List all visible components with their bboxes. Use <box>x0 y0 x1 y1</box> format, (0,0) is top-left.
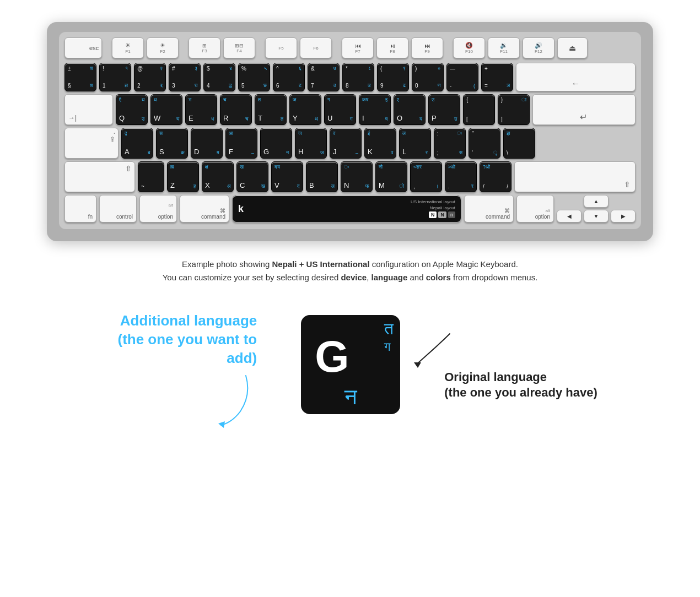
s-key[interactable]: स S क <box>156 128 188 159</box>
zxcv-row: ⇧ ~ ह्म Z ह <box>64 161 636 192</box>
l-key[interactable]: ल L र <box>399 128 431 159</box>
backslash-key[interactable]: झ \ <box>503 128 535 159</box>
e-key[interactable]: भ E भ <box>185 94 217 125</box>
arrow-down-key[interactable]: ▼ <box>584 210 609 222</box>
f6-label: F6 <box>313 46 318 51</box>
esc-key[interactable]: esc <box>64 37 102 58</box>
g-key[interactable]: G न <box>260 128 292 159</box>
bracket-open-key[interactable]: { [ <box>463 94 495 125</box>
keyboard-body: esc ☀ F1 ☀ F2 ⊞ F3 ⊞⊟ F4 F5 <box>59 32 641 229</box>
arrow-right-key[interactable]: ▶ <box>611 210 636 222</box>
svg-marker-1 <box>414 362 421 368</box>
arrow-up-key[interactable]: ▲ <box>584 195 609 208</box>
f2-key[interactable]: ☀ F2 <box>147 37 179 58</box>
u-key[interactable]: ग U ग <box>324 94 356 125</box>
f1-label: F1 <box>125 49 130 54</box>
key-2[interactable]: @ २ 2 द्द <box>134 63 166 91</box>
o-key[interactable]: ए O य <box>394 94 426 125</box>
key-minus[interactable]: — - ( <box>446 63 478 91</box>
f-key[interactable]: आ F – <box>225 128 257 159</box>
command-left-key[interactable]: ⌘ command <box>180 195 229 222</box>
comma-key[interactable]: <शर , । <box>410 161 442 192</box>
shift-right-icon: ⇧ <box>624 180 631 189</box>
option-right-key[interactable]: alt option <box>516 195 554 222</box>
desc-line1-bold: Nepali + US International <box>272 259 369 269</box>
key-6[interactable]: ^ ६ 6 ट <box>273 63 305 91</box>
w-key[interactable]: ध W घ <box>150 94 182 125</box>
quote-key[interactable]: " ' ृ <box>469 128 500 159</box>
command-right-label: command <box>486 214 510 220</box>
option-left-key[interactable]: alt option <box>139 195 177 222</box>
h-key[interactable]: ज H ज <box>295 128 327 159</box>
c-key[interactable]: ख C ख <box>236 161 268 192</box>
arrow-left-key[interactable]: ◀ <box>557 210 581 222</box>
cmd-sym-right: ⌘ <box>504 208 510 214</box>
f10-key[interactable]: 🔇 F10 <box>453 37 485 58</box>
f8-key[interactable]: ⏯ F8 <box>376 37 408 58</box>
f9-icon: ⏭ <box>424 42 430 49</box>
key-7[interactable]: & ७ 7 ठ <box>308 63 340 91</box>
shift-left-icon: ⇧ <box>125 164 132 173</box>
backtick-key[interactable]: ± श § श <box>64 63 96 91</box>
alt-right-label: alt <box>546 208 550 213</box>
eject-key[interactable]: ⏏ <box>557 37 588 58</box>
f5-key[interactable]: F5 <box>265 37 297 58</box>
shift-right-key[interactable]: ⇧ <box>514 161 636 192</box>
b-key[interactable]: B ल <box>306 161 338 192</box>
key-8[interactable]: * ८ 8 ड <box>342 63 374 91</box>
command-right-key[interactable]: ⌘ command <box>464 195 514 222</box>
spacebar-key[interactable]: k US International layout Nepali layout … <box>232 195 461 222</box>
v-key[interactable]: दय V द <box>271 161 303 192</box>
p-key[interactable]: उ P उ <box>428 94 460 125</box>
m-key[interactable]: नौ M ो <box>375 161 407 192</box>
backspace-key[interactable]: ← <box>516 63 636 91</box>
bracket-close-key[interactable]: } ा ] <box>498 94 530 125</box>
fn-key[interactable]: fn <box>64 195 96 222</box>
i-key[interactable]: कष इ I ष <box>359 94 391 125</box>
caps-key[interactable]: • ⇪ <box>64 128 119 159</box>
tab-key[interactable]: →| <box>64 94 113 125</box>
key-1[interactable]: ! १ 1 ज्ञ <box>99 63 131 91</box>
q-key[interactable]: ऐ ध Q उ <box>116 94 148 125</box>
f12-key[interactable]: 🔊 F12 <box>523 37 554 58</box>
f3-key[interactable]: ⊞ F3 <box>189 37 220 58</box>
semicolon-key[interactable]: : ः ; स <box>434 128 466 159</box>
key-3[interactable]: # ३ 3 घ <box>169 63 201 91</box>
f4-key[interactable]: ⊞⊟ F4 <box>223 37 255 58</box>
f4-icon: ⊞⊟ <box>235 43 244 48</box>
f7-label: F7 <box>355 49 360 54</box>
f7-key[interactable]: ⏮ F7 <box>342 37 374 58</box>
t-key[interactable]: त T त <box>255 94 287 125</box>
fn-row: esc ☀ F1 ☀ F2 ⊞ F3 ⊞⊟ F4 F5 <box>64 37 636 58</box>
x-key[interactable]: क्ष X अ <box>202 161 234 192</box>
f6-key[interactable]: F6 <box>300 37 332 58</box>
f2-label: F2 <box>160 49 165 54</box>
legend-key-box: G तग न <box>301 315 400 414</box>
f1-key[interactable]: ☀ F1 <box>112 37 144 58</box>
y-key[interactable]: ज Y थ <box>289 94 321 125</box>
z-key[interactable]: ह्म Z ह <box>167 161 199 192</box>
enter-icon: ↵ <box>580 112 587 122</box>
tilde-key[interactable]: ~ <box>138 161 164 192</box>
enter-key[interactable]: ↵ <box>532 94 636 125</box>
key-equals[interactable]: + = ञ <box>481 63 513 91</box>
d-key[interactable]: D म <box>191 128 223 159</box>
f11-key[interactable]: 🔉 F11 <box>488 37 520 58</box>
shift-left-key[interactable]: ⇧ <box>64 161 135 192</box>
key-5[interactable]: % ५ 5 छ <box>238 63 270 91</box>
f9-key[interactable]: ⏭ F9 <box>411 37 443 58</box>
k-key[interactable]: ई K प <box>364 128 396 159</box>
keyboard-wrapper: esc ☀ F1 ☀ F2 ⊞ F3 ⊞⊟ F4 F5 <box>47 22 653 241</box>
n-key[interactable]: ः N फ <box>341 161 373 192</box>
r-key[interactable]: च R च <box>220 94 252 125</box>
key-9[interactable]: ( ९ 9 ढ <box>377 63 409 91</box>
period-key[interactable]: >ओ . र <box>445 161 477 192</box>
option-right-label: option <box>535 214 550 220</box>
slash-key[interactable]: ?औ / / <box>480 161 511 192</box>
key-4[interactable]: $ ४ 4 द्ध <box>203 63 235 91</box>
arrow-cluster: ▲ ◀ ▼ ▶ <box>557 195 636 222</box>
j-key[interactable]: व J – <box>330 128 362 159</box>
control-key[interactable]: control <box>99 195 137 222</box>
a-key[interactable]: द्व A ब <box>121 128 153 159</box>
key-0[interactable]: ) ० 0 ण <box>412 63 444 91</box>
